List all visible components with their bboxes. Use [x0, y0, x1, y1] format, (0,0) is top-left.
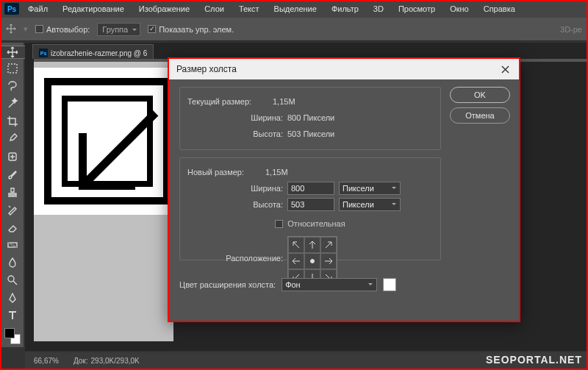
autoselect-combo[interactable]: Группа [97, 23, 140, 36]
align-button[interactable] [297, 22, 312, 37]
extension-color-select[interactable]: Фон [282, 278, 377, 291]
align-button[interactable] [368, 22, 382, 37]
anchor-center[interactable] [304, 253, 320, 269]
menu-view[interactable]: Просмотр [392, 2, 441, 15]
new-width-label: Ширина: [187, 184, 283, 193]
menu-help[interactable]: Справка [478, 2, 521, 15]
menu-select[interactable]: Выделение [268, 2, 323, 15]
ok-button[interactable]: OK [450, 87, 510, 103]
anchor-label: Расположение: [187, 236, 283, 263]
canvas-size-dialog: Размер холста Текущий размер: 1,15M Шири… [168, 57, 520, 322]
anchor-nw[interactable] [288, 237, 304, 253]
new-height-label: Высота: [187, 200, 283, 209]
doc-size[interactable]: Док: 293,0K/293,0K [74, 357, 140, 365]
lasso-tool[interactable] [3, 78, 22, 94]
relative-checkbox[interactable] [275, 220, 283, 228]
close-button[interactable] [494, 61, 516, 77]
eyedropper-tool[interactable] [3, 131, 22, 147]
move-tool-icon [6, 24, 16, 35]
document-tab[interactable]: Ps izobrazhenie-razmer.png @ 6 [32, 44, 154, 59]
zoom-level[interactable]: 66,67% [34, 357, 59, 365]
svg-point-4 [311, 260, 315, 263]
dodge-tool[interactable] [3, 272, 22, 288]
dialog-title: Размер холста [176, 64, 237, 74]
align-button[interactable] [350, 22, 365, 37]
dialog-titlebar[interactable]: Размер холста [169, 59, 519, 79]
blur-tool[interactable] [3, 255, 22, 271]
menu-bar: Ps Файл Редактирование Изображение Слои … [0, 0, 588, 18]
anchor-e[interactable] [320, 253, 337, 269]
cancel-button[interactable]: Отмена [450, 107, 510, 124]
align-buttons [244, 22, 453, 37]
current-height-value: 503 Пиксели [287, 129, 334, 138]
align-button[interactable] [244, 22, 259, 37]
marquee-tool[interactable] [3, 60, 22, 77]
foreground-color-swatch[interactable] [4, 328, 15, 338]
current-height-label: Высота: [187, 129, 283, 138]
color-swatches[interactable] [4, 328, 21, 344]
watermark: SEOPORTAL.NET [486, 354, 582, 366]
svg-rect-0 [8, 64, 17, 73]
autoselect-label: Автовыбор: [46, 25, 90, 34]
anchor-ne[interactable] [320, 237, 337, 253]
show-controls-label: Показать упр. элем. [159, 25, 234, 34]
menu-layers[interactable]: Слои [198, 2, 230, 15]
align-button[interactable] [332, 22, 347, 37]
menu-3d[interactable]: 3D [368, 2, 390, 15]
align-button[interactable] [315, 22, 329, 37]
canvas-viewport[interactable] [34, 62, 173, 341]
align-button[interactable] [279, 22, 294, 37]
threed-label: 3D-ре [560, 25, 582, 34]
current-size-heading: Текущий размер: [187, 97, 268, 106]
width-input[interactable]: 800 [287, 182, 334, 195]
align-button[interactable] [420, 22, 435, 37]
menu-window[interactable]: Окно [444, 2, 475, 15]
threed-mode-button[interactable] [535, 22, 553, 37]
options-bar: ▾ Автовыбор: Группа Показать упр. элем. … [0, 18, 588, 41]
brush-tool[interactable] [3, 166, 22, 182]
align-button[interactable] [403, 22, 417, 37]
menu-image[interactable]: Изображение [133, 2, 196, 15]
extension-color-swatch[interactable] [383, 278, 396, 291]
height-unit-select[interactable]: Пиксели [339, 198, 401, 211]
width-unit-select[interactable]: Пиксели [339, 182, 401, 195]
align-button[interactable] [385, 22, 400, 37]
current-size-value: 1,15M [273, 97, 295, 106]
current-width-label: Ширина: [187, 113, 283, 122]
crop-tool[interactable] [3, 113, 22, 129]
pen-tool[interactable] [3, 290, 22, 306]
close-icon [501, 65, 509, 74]
menu-file[interactable]: Файл [22, 2, 54, 15]
current-width-value: 800 Пиксели [287, 113, 334, 122]
anchor-w[interactable] [288, 253, 304, 269]
extension-color-row: Цвет расширения холста: Фон [169, 274, 519, 296]
healing-tool[interactable] [3, 149, 22, 165]
show-controls-checkbox[interactable]: Показать упр. элем. [148, 25, 234, 34]
autoselect-checkbox[interactable]: Автовыбор: [35, 25, 90, 34]
menu-edit[interactable]: Редактирование [57, 2, 130, 15]
checkbox-icon [35, 25, 43, 33]
stamp-tool[interactable] [3, 184, 22, 200]
menu-text[interactable]: Текст [233, 2, 265, 15]
height-input[interactable]: 503 [287, 198, 334, 211]
ps-file-icon: Ps [39, 49, 48, 57]
document-tabs: Ps izobrazhenie-razmer.png @ 6 [25, 43, 587, 59]
align-button[interactable] [438, 22, 453, 37]
eraser-tool[interactable] [3, 219, 22, 235]
new-size-group: Новый размер: 1,15M Ширина: 800 Пиксели … [179, 157, 441, 260]
canvas [34, 68, 173, 215]
app-logo: Ps [4, 3, 19, 15]
history-brush-tool[interactable] [3, 202, 22, 218]
anchor-n[interactable] [304, 237, 320, 253]
type-tool[interactable] [3, 307, 22, 324]
magic-wand-tool[interactable] [3, 96, 22, 112]
new-size-heading: Новый размер: [187, 168, 261, 177]
toolbox [1, 43, 24, 347]
canvas-content [41, 75, 173, 207]
menu-filter[interactable]: Фильтр [326, 2, 365, 15]
document-tab-label: izobrazhenie-razmer.png @ 6 [51, 49, 147, 57]
gradient-tool[interactable] [3, 237, 22, 253]
relative-label: Относительная [287, 219, 345, 228]
align-button[interactable] [262, 22, 276, 37]
current-size-group: Текущий размер: 1,15M Ширина: 800 Пиксел… [179, 87, 441, 150]
